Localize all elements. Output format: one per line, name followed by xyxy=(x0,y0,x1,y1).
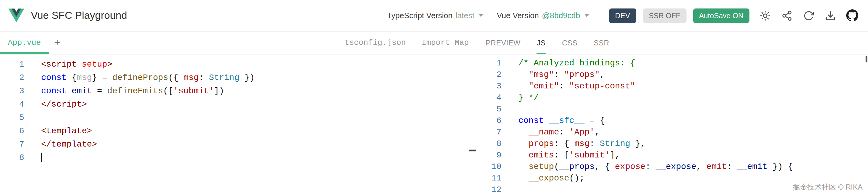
chevron-down-icon xyxy=(478,14,483,17)
code-line[interactable]: 3 "emit": "setup-const" xyxy=(477,81,868,92)
file-tab-import-map[interactable]: Import Map xyxy=(414,31,477,54)
share-icon[interactable] xyxy=(781,9,793,22)
line-number: 1 xyxy=(477,58,501,69)
line-number: 11 xyxy=(477,173,501,184)
line-number: 2 xyxy=(477,69,501,81)
typescript-version-label: TypeScript Version xyxy=(387,11,453,20)
github-icon[interactable] xyxy=(846,9,858,22)
output-tab-ssr[interactable]: SSR xyxy=(594,31,609,54)
output-tabbar: PREVIEW JS CSS SSR xyxy=(477,31,868,55)
output-tab-preview[interactable]: PREVIEW xyxy=(486,31,521,54)
compiled-output-view[interactable]: 1/* Analyzed bindings: {2 "msg": "props"… xyxy=(477,55,868,195)
file-tabbar: App.vue + tsconfig.json Import Map xyxy=(0,31,477,55)
code-line[interactable]: 7</template> xyxy=(0,137,477,151)
code-line[interactable]: 1<script setup> xyxy=(0,58,477,71)
vue-sfc-playground: Vue SFC Playground TypeScript Version la… xyxy=(0,0,868,195)
reload-icon[interactable] xyxy=(803,9,815,22)
code-line[interactable]: 4} */ xyxy=(477,92,868,104)
file-tab-tsconfig[interactable]: tsconfig.json xyxy=(337,31,414,54)
scrollbar-thumb[interactable] xyxy=(866,56,867,62)
code-line[interactable]: 6<template> xyxy=(0,124,477,137)
line-number: 2 xyxy=(0,71,24,84)
code-line[interactable]: 12 xyxy=(477,184,868,195)
line-number: 10 xyxy=(477,161,501,173)
output-tab-css[interactable]: CSS xyxy=(562,31,577,54)
chevron-down-icon xyxy=(584,14,589,17)
ssr-toggle-button[interactable]: SSR OFF xyxy=(643,8,686,23)
line-number: 6 xyxy=(477,115,501,127)
line-number: 4 xyxy=(0,98,24,111)
download-icon[interactable] xyxy=(825,9,837,22)
output-tab-js[interactable]: JS xyxy=(537,31,546,54)
line-number: 3 xyxy=(477,81,501,92)
header-brand: Vue SFC Playground xyxy=(8,8,127,22)
editor-pane: App.vue + tsconfig.json Import Map 1<scr… xyxy=(0,31,477,195)
line-number: 6 xyxy=(0,124,24,137)
source-code-editor[interactable]: 1<script setup>2const {msg} = defineProp… xyxy=(0,55,477,195)
line-number: 5 xyxy=(0,111,24,124)
line-number: 12 xyxy=(477,184,501,195)
overview-ruler-cursor-mark xyxy=(469,149,476,151)
page-title: Vue SFC Playground xyxy=(31,9,127,22)
code-line[interactable]: 7 __name: 'App', xyxy=(477,127,868,138)
split-panes: App.vue + tsconfig.json Import Map 1<scr… xyxy=(0,31,868,195)
code-line[interactable]: 2const {msg} = defineProps({ msg: String… xyxy=(0,71,477,84)
code-line[interactable]: 2 "msg": "props", xyxy=(477,69,868,81)
header-controls: TypeScript Version latest Vue Version @8… xyxy=(387,8,859,23)
vue-version-value: @8bd9cdb xyxy=(542,11,580,20)
add-file-button[interactable]: + xyxy=(49,31,66,54)
line-number: 8 xyxy=(0,151,24,164)
line-number: 5 xyxy=(477,104,501,115)
code-line[interactable]: 11 __expose(); xyxy=(477,173,868,184)
autosave-toggle-button[interactable]: AutoSave ON xyxy=(693,8,749,23)
vue-version-label: Vue Version xyxy=(497,11,539,20)
code-line[interactable]: 1/* Analyzed bindings: { xyxy=(477,58,868,69)
code-line[interactable]: 6const __sfc__ = { xyxy=(477,115,868,127)
line-number: 7 xyxy=(0,137,24,151)
text-cursor xyxy=(41,152,42,162)
code-line[interactable]: 8 props: { msg: String }, xyxy=(477,138,868,149)
line-number: 1 xyxy=(0,58,24,71)
line-number: 7 xyxy=(477,127,501,138)
line-number: 3 xyxy=(0,84,24,98)
theme-toggle-icon[interactable] xyxy=(759,9,771,22)
code-line[interactable]: 5 xyxy=(0,111,477,124)
header: Vue SFC Playground TypeScript Version la… xyxy=(0,0,868,31)
vue-version-select[interactable]: Vue Version @8bd9cdb xyxy=(497,11,589,20)
tabbar-spacer xyxy=(66,31,337,54)
line-number: 4 xyxy=(477,92,501,104)
code-line[interactable]: 5 xyxy=(477,104,868,115)
file-tab-app-vue[interactable]: App.vue xyxy=(0,31,49,54)
dev-toggle-button[interactable]: DEV xyxy=(609,8,636,23)
code-line[interactable]: 10 setup(__props, { expose: __expose, em… xyxy=(477,161,868,173)
vue-logo-icon xyxy=(8,8,24,22)
code-line[interactable]: 9 emits: ['submit'], xyxy=(477,149,868,161)
code-line[interactable]: 3const emit = defineEmits(['submit']) xyxy=(0,84,477,98)
output-pane: PREVIEW JS CSS SSR 1/* Analyzed bindings… xyxy=(477,31,868,195)
typescript-version-value: latest xyxy=(456,11,474,20)
code-line[interactable]: 8 xyxy=(0,151,477,164)
line-number: 8 xyxy=(477,138,501,149)
line-number: 9 xyxy=(477,149,501,161)
typescript-version-select[interactable]: TypeScript Version latest xyxy=(387,11,484,20)
code-line[interactable]: 4</script> xyxy=(0,98,477,111)
